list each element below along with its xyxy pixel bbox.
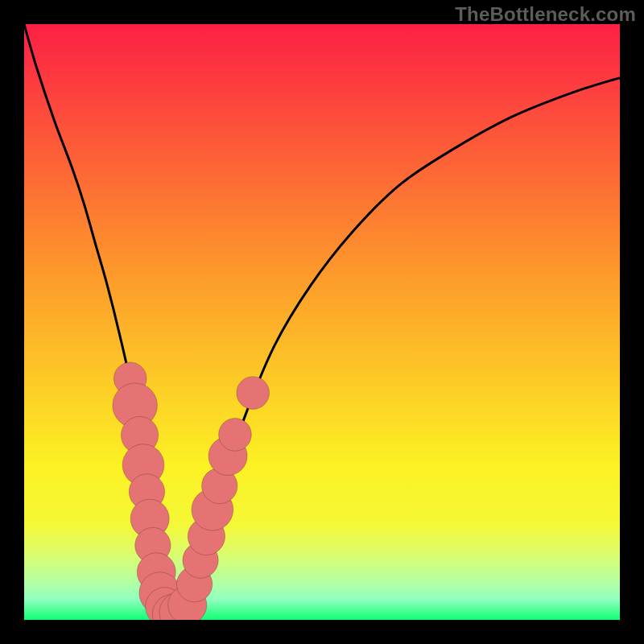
highlighted-points (113, 362, 270, 620)
data-point (219, 419, 252, 452)
data-point (237, 377, 270, 410)
chart-svg (24, 24, 620, 620)
chart-frame: TheBottleneck.com (0, 0, 644, 644)
bottleneck-curve (24, 24, 620, 614)
plot-area (24, 24, 620, 620)
watermark-text: TheBottleneck.com (455, 3, 636, 26)
